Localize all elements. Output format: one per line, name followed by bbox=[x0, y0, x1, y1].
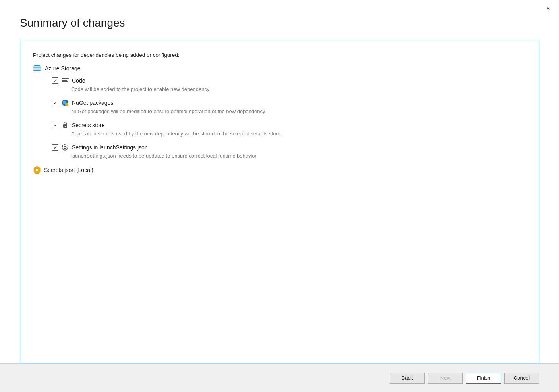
secrets-local-node: Secrets.json (Local) bbox=[33, 166, 526, 174]
back-button[interactable]: Back bbox=[390, 373, 425, 384]
code-description: Code will be added to the project to ena… bbox=[71, 86, 526, 92]
svg-rect-17 bbox=[37, 171, 37, 173]
svg-rect-4 bbox=[33, 67, 41, 68]
settings-item-header: ✓ Settings in launchSettings.json bbox=[52, 144, 526, 151]
secrets-store-checkbox[interactable]: ✓ bbox=[52, 122, 58, 128]
section-description: Project changes for dependencies being a… bbox=[33, 52, 526, 58]
code-icon bbox=[62, 77, 69, 84]
settings-item: ✓ Settings in launchSettings.json launch… bbox=[52, 144, 526, 159]
gear-icon bbox=[62, 144, 69, 151]
code-item-header: ✓ Code bbox=[52, 77, 526, 84]
code-checkbox[interactable]: ✓ bbox=[52, 77, 58, 84]
azure-storage-node: Azure Storage bbox=[33, 65, 526, 71]
dialog-content: Summary of changes Project changes for d… bbox=[0, 13, 559, 363]
svg-rect-7 bbox=[33, 70, 41, 70]
close-button[interactable]: × bbox=[544, 4, 553, 13]
nuget-item: ✓ NuGet packages NuGet packages will be … bbox=[52, 99, 526, 114]
azure-storage-label: Azure Storage bbox=[45, 65, 81, 71]
secrets-store-item-header: ✓ Secrets store bbox=[52, 122, 526, 129]
settings-checkbox[interactable]: ✓ bbox=[52, 144, 58, 151]
svg-rect-8 bbox=[62, 78, 69, 79]
svg-rect-6 bbox=[33, 69, 41, 69]
tree-children: ✓ Code Code will be added to the project… bbox=[52, 77, 526, 159]
nuget-description: NuGet packages will be modified to ensur… bbox=[71, 108, 526, 114]
azure-storage-icon bbox=[33, 65, 42, 71]
svg-point-15 bbox=[65, 126, 66, 127]
secrets-store-checkmark: ✓ bbox=[54, 123, 57, 127]
svg-rect-2 bbox=[34, 65, 40, 66]
svg-rect-10 bbox=[62, 81, 68, 82]
secrets-store-item: ✓ Secrets store Application secrets used… bbox=[52, 122, 526, 137]
nuget-icon bbox=[62, 99, 69, 106]
page-title: Summary of changes bbox=[20, 17, 539, 29]
summary-box: Project changes for dependencies being a… bbox=[20, 41, 539, 363]
settings-label: Settings in launchSettings.json bbox=[72, 144, 148, 151]
nuget-label: NuGet packages bbox=[72, 100, 113, 106]
code-checkmark: ✓ bbox=[54, 79, 57, 83]
lock-icon bbox=[62, 122, 69, 129]
svg-rect-9 bbox=[62, 80, 67, 81]
key-shield-icon bbox=[33, 166, 41, 174]
secrets-store-description: Application secrets used by the new depe… bbox=[71, 131, 526, 137]
svg-rect-5 bbox=[33, 68, 41, 68]
title-bar: × bbox=[0, 0, 559, 13]
settings-description: launchSettings.json needs to be updated … bbox=[71, 153, 526, 159]
secrets-local-label: Secrets.json (Local) bbox=[44, 167, 93, 173]
svg-point-13 bbox=[65, 103, 68, 106]
next-button[interactable]: Next bbox=[428, 373, 463, 384]
cancel-button[interactable]: Cancel bbox=[504, 373, 539, 384]
svg-rect-3 bbox=[34, 70, 40, 71]
finish-button[interactable]: Finish bbox=[466, 373, 501, 384]
code-item: ✓ Code Code will be added to the project… bbox=[52, 77, 526, 92]
nuget-item-header: ✓ NuGet packages bbox=[52, 99, 526, 106]
secrets-store-label: Secrets store bbox=[72, 122, 104, 128]
nuget-checkmark: ✓ bbox=[54, 101, 57, 105]
footer: Back Next Finish Cancel bbox=[0, 363, 559, 392]
code-label: Code bbox=[72, 77, 85, 84]
settings-checkmark: ✓ bbox=[54, 145, 57, 150]
svg-point-16 bbox=[36, 169, 38, 171]
nuget-checkbox[interactable]: ✓ bbox=[52, 100, 58, 106]
